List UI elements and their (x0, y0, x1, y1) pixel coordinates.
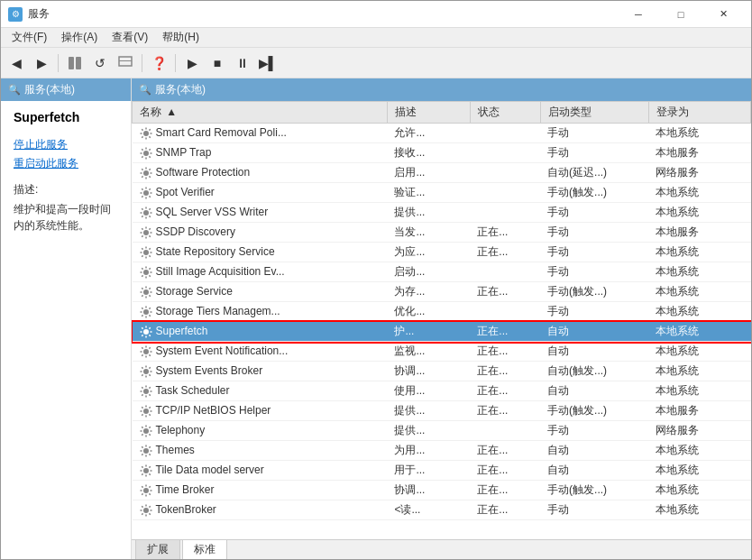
table-row[interactable]: System Event Notification...监视...正在...自动… (133, 342, 751, 362)
service-login-cell: 本地服务 (648, 223, 750, 243)
service-status-cell (470, 262, 540, 282)
table-row[interactable]: Software Protection启用...自动(延迟...)网络服务 (133, 163, 751, 183)
service-desc-cell: 启动... (387, 262, 470, 282)
service-name-text: TokenBroker (156, 503, 216, 516)
service-name-cell: Time Broker (133, 481, 388, 500)
right-panel-header: 🔍 服务(本地) (132, 78, 751, 101)
col-name[interactable]: 名称 ▲ (133, 102, 388, 124)
service-name-cell: Still Image Acquisition Ev... (133, 262, 388, 282)
tab-standard[interactable]: 标准 (182, 539, 227, 559)
service-name-text: System Events Broker (156, 364, 263, 377)
service-name-cell: Task Scheduler (133, 381, 388, 401)
table-row[interactable]: Storage Tiers Managem...优化...手动本地系统 (133, 302, 751, 322)
menu-action[interactable]: 操作(A) (54, 28, 105, 47)
service-row-icon (140, 266, 152, 279)
table-row[interactable]: TCP/IP NetBIOS Helper提供...正在...手动(触发...)… (133, 401, 751, 421)
service-login-cell: 本地服务 (648, 401, 750, 421)
toolbar-separator-1 (58, 54, 59, 72)
service-startup-cell: 自动 (540, 381, 648, 401)
app-icon: ⚙ (8, 7, 23, 22)
table-row[interactable]: SQL Server VSS Writer提供...手动本地系统 (133, 203, 751, 223)
service-name-text: SSDP Discovery (156, 225, 235, 238)
service-row-icon (140, 425, 152, 437)
stop-service-link[interactable]: 停止此服务 (14, 137, 118, 152)
table-row[interactable]: System Events Broker协调...正在...自动(触发...)本… (133, 362, 751, 381)
service-row-icon (140, 147, 152, 160)
table-row[interactable]: SSDP Discovery当发...正在...手动本地服务 (133, 223, 751, 243)
right-panel: 🔍 服务(本地) 名称 ▲ 描述 (132, 78, 751, 559)
play-button[interactable]: ▶ (180, 51, 204, 75)
tab-extended[interactable]: 扩展 (135, 539, 180, 559)
refresh-button[interactable]: ↺ (88, 51, 112, 75)
col-startup[interactable]: 启动类型 (540, 102, 648, 124)
table-row[interactable]: Superfetch护...正在...自动本地系统 (133, 322, 751, 342)
service-name-cell: Themes (133, 441, 388, 461)
service-desc-cell: 用于... (387, 461, 470, 481)
service-startup-cell: 手动 (540, 243, 648, 262)
service-status-cell (470, 302, 540, 322)
tab-bar: 扩展 标准 (132, 539, 751, 559)
service-status-cell (470, 124, 540, 143)
toolbar-separator-2 (142, 54, 142, 72)
table-row[interactable]: Time Broker协调...正在...手动(触发...)本地系统 (133, 481, 751, 500)
service-login-cell: 本地系统 (648, 500, 750, 520)
help-button[interactable]: ❓ (147, 51, 170, 75)
svg-point-16 (143, 369, 149, 374)
service-login-cell: 本地系统 (648, 322, 750, 342)
col-desc[interactable]: 描述 (387, 102, 470, 124)
service-name-text: Task Scheduler (156, 384, 230, 397)
export-button[interactable] (114, 51, 137, 75)
services-list: Smart Card Removal Poli...允许...手动本地系统SNM… (133, 124, 751, 520)
service-startup-cell: 自动 (540, 441, 648, 461)
table-row[interactable]: Storage Service为存...正在...手动(触发...)本地系统 (133, 282, 751, 302)
service-startup-cell: 自动 (540, 461, 648, 481)
service-name-cell: Superfetch (133, 322, 388, 342)
svg-point-19 (143, 428, 149, 434)
svg-point-12 (143, 289, 149, 295)
maximize-button[interactable]: □ (660, 1, 702, 28)
col-status[interactable]: 状态 (470, 102, 540, 124)
service-name-cell: TCP/IP NetBIOS Helper (133, 401, 388, 421)
pause-button[interactable]: ⏸ (231, 51, 254, 75)
table-row[interactable]: Task Scheduler使用...正在...自动本地系统 (133, 381, 751, 401)
service-name-text: Tile Data model server (156, 464, 264, 476)
window-controls: ─ □ ✕ (618, 1, 744, 28)
table-header-row: 名称 ▲ 描述 状态 启动类型 (133, 102, 751, 124)
table-row[interactable]: TokenBroker<读...正在...手动本地系统 (133, 500, 751, 520)
col-login[interactable]: 登录为 (648, 102, 750, 124)
stop-button[interactable]: ■ (206, 51, 229, 75)
service-status-cell (470, 183, 540, 203)
right-panel-title: 服务(本地) (155, 82, 206, 97)
service-name-cell: State Repository Service (133, 243, 388, 262)
table-row[interactable]: Spot Verifier验证...手动(触发...)本地系统 (133, 183, 751, 203)
table-row[interactable]: Telephony提供...手动网络服务 (133, 421, 751, 441)
table-row[interactable]: Themes为用...正在...自动本地系统 (133, 441, 751, 461)
table-row[interactable]: Smart Card Removal Poli...允许...手动本地系统 (133, 124, 751, 143)
service-name-text: Superfetch (156, 325, 208, 337)
table-row[interactable]: SNMP Trap接收...手动本地服务 (133, 143, 751, 163)
restart-button[interactable]: ▶▌ (256, 51, 280, 75)
service-row-icon (140, 226, 152, 239)
service-startup-cell: 手动 (540, 203, 648, 223)
minimize-button[interactable]: ─ (618, 1, 659, 28)
close-button[interactable]: ✕ (702, 1, 744, 28)
menu-file[interactable]: 文件(F) (5, 28, 54, 47)
service-status-cell: 正在... (470, 322, 540, 342)
service-name-cell: System Events Broker (133, 362, 388, 381)
table-row[interactable]: Still Image Acquisition Ev...启动...手动本地系统 (133, 262, 751, 282)
restart-service-link[interactable]: 重启动此服务 (14, 156, 118, 171)
menu-bar: 文件(F) 操作(A) 查看(V) 帮助(H) (1, 28, 751, 48)
service-row-icon (140, 365, 152, 378)
show-hide-button[interactable] (63, 51, 87, 75)
table-row[interactable]: State Repository Service为应...正在...手动本地系统 (133, 243, 751, 262)
service-status-cell: 正在... (470, 223, 540, 243)
service-name-text: Themes (156, 444, 195, 456)
menu-help[interactable]: 帮助(H) (155, 28, 206, 47)
back-button[interactable]: ◀ (5, 51, 28, 75)
menu-view[interactable]: 查看(V) (105, 28, 155, 47)
forward-button[interactable]: ▶ (30, 51, 53, 75)
service-desc-cell: 使用... (387, 381, 470, 401)
service-name-text: Telephony (156, 424, 206, 436)
table-row[interactable]: Tile Data model server用于...正在...自动本地系统 (133, 461, 751, 481)
service-startup-cell: 手动 (540, 302, 648, 322)
